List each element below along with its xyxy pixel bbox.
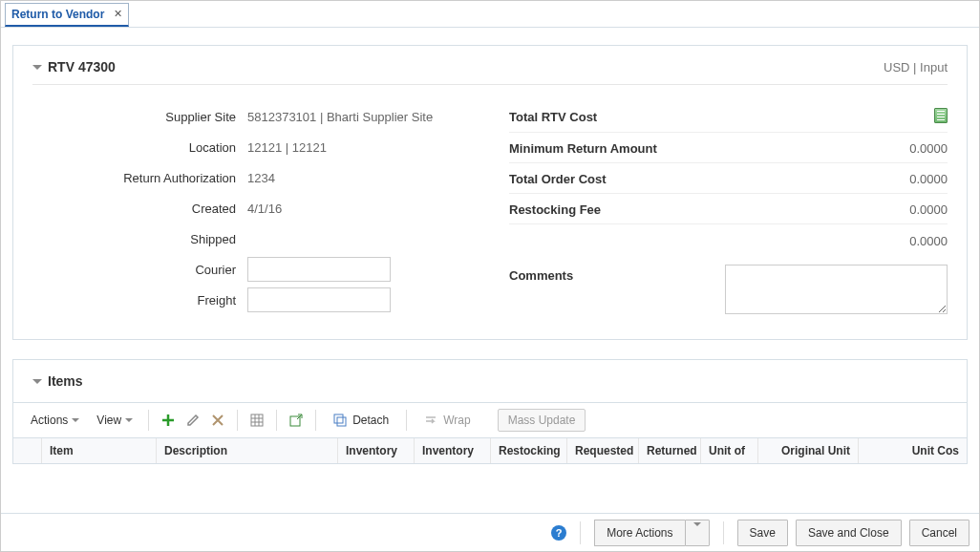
restocking-fee-value: 0.0000 bbox=[852, 202, 948, 217]
edit-button[interactable] bbox=[181, 409, 204, 432]
courier-label: Courier bbox=[32, 263, 247, 277]
rtv-subtitle: USD | Input bbox=[884, 60, 948, 74]
toolbar-separator bbox=[406, 410, 407, 431]
wrap-button[interactable]: Wrap bbox=[415, 410, 479, 431]
toolbar-separator bbox=[315, 410, 316, 431]
export-button[interactable] bbox=[285, 409, 308, 432]
detach-button[interactable]: Detach bbox=[324, 410, 398, 431]
total-rtv-cost-label: Total RTV Cost bbox=[509, 110, 852, 124]
min-return-amount-value: 0.0000 bbox=[852, 141, 948, 156]
help-icon[interactable]: ? bbox=[551, 525, 566, 541]
items-toolbar: Actions View bbox=[13, 402, 967, 437]
right-column: Total RTV Cost Minimum Return Amount 0.0… bbox=[509, 102, 948, 316]
content-scroll[interactable]: RTV 47300 USD | Input Supplier Site 5812… bbox=[1, 28, 979, 515]
bottom-bar: ? More Actions Save Save and Close Cance… bbox=[1, 513, 979, 551]
chevron-down-icon bbox=[693, 522, 701, 540]
view-menu-label: View bbox=[96, 414, 121, 427]
col-unit-of[interactable]: Unit of bbox=[701, 438, 758, 463]
items-title-text: Items bbox=[48, 373, 83, 389]
save-and-close-button[interactable]: Save and Close bbox=[796, 520, 902, 546]
tab-return-to-vendor[interactable]: Return to Vendor ✕ bbox=[5, 3, 129, 27]
return-auth-value: 1234 bbox=[247, 171, 275, 185]
toolbar-separator bbox=[148, 410, 149, 431]
actions-menu-label: Actions bbox=[31, 414, 68, 427]
actions-menu[interactable]: Actions bbox=[23, 410, 87, 431]
col-item[interactable]: Item bbox=[42, 438, 157, 463]
mass-update-label: Mass Update bbox=[508, 414, 576, 427]
freight-label: Freight bbox=[32, 293, 247, 308]
total-rtv-cost-value bbox=[852, 108, 948, 126]
more-actions-label: More Actions bbox=[594, 520, 684, 546]
save-button[interactable]: Save bbox=[737, 520, 788, 546]
calculator-icon[interactable] bbox=[934, 108, 948, 123]
supplier-site-value: 5812373101 | Bharti Supplier Site bbox=[247, 110, 433, 124]
col-unit-cost[interactable]: Unit Cos bbox=[859, 438, 967, 463]
col-inventory-2[interactable]: Inventory bbox=[415, 438, 491, 463]
mass-update-button[interactable]: Mass Update bbox=[498, 409, 586, 432]
left-column: Supplier Site 5812373101 | Bharti Suppli… bbox=[32, 102, 471, 316]
supplier-site-label: Supplier Site bbox=[32, 110, 247, 124]
more-actions-button[interactable]: More Actions bbox=[594, 520, 709, 546]
min-return-amount-label: Minimum Return Amount bbox=[509, 141, 852, 156]
items-panel-title[interactable]: Items bbox=[13, 373, 967, 402]
view-menu[interactable]: View bbox=[89, 410, 140, 431]
delete-button[interactable] bbox=[206, 409, 229, 432]
tab-label: Return to Vendor bbox=[11, 8, 104, 21]
tab-bar: Return to Vendor ✕ bbox=[1, 1, 979, 28]
col-restocking[interactable]: Restocking bbox=[491, 438, 567, 463]
col-inventory-1[interactable]: Inventory bbox=[338, 438, 415, 463]
courier-input[interactable] bbox=[247, 257, 391, 282]
toolbar-separator bbox=[276, 410, 277, 431]
chevron-down-icon bbox=[125, 418, 133, 422]
location-value: 12121 | 12121 bbox=[247, 140, 327, 155]
col-original-unit[interactable]: Original Unit bbox=[758, 438, 859, 463]
comments-label: Comments bbox=[509, 265, 725, 283]
blank-amount-value: 0.0000 bbox=[852, 234, 948, 248]
grid-options-button[interactable] bbox=[245, 409, 268, 432]
location-label: Location bbox=[32, 140, 247, 155]
detach-label: Detach bbox=[352, 414, 389, 427]
restocking-fee-label: Restocking Fee bbox=[509, 202, 852, 217]
total-order-cost-value: 0.0000 bbox=[852, 172, 948, 186]
toolbar-separator bbox=[237, 410, 238, 431]
created-label: Created bbox=[32, 202, 247, 216]
chevron-down-icon bbox=[72, 418, 79, 422]
footer-separator bbox=[723, 521, 724, 544]
col-description[interactable]: Description bbox=[157, 438, 338, 463]
footer-separator bbox=[580, 521, 581, 544]
items-panel: Items Actions View bbox=[12, 359, 968, 464]
more-actions-dropdown[interactable] bbox=[685, 520, 710, 546]
wrap-label: Wrap bbox=[443, 414, 470, 427]
disclosure-icon bbox=[32, 65, 42, 70]
svg-rect-3 bbox=[337, 417, 346, 426]
col-requested[interactable]: Requested bbox=[567, 438, 639, 463]
rtv-panel: RTV 47300 USD | Input Supplier Site 5812… bbox=[12, 45, 968, 340]
cancel-button[interactable]: Cancel bbox=[909, 520, 969, 546]
disclosure-icon bbox=[32, 379, 42, 384]
comments-input[interactable] bbox=[725, 265, 948, 314]
freight-input[interactable] bbox=[247, 287, 391, 312]
add-button[interactable] bbox=[157, 409, 180, 432]
svg-rect-0 bbox=[251, 414, 263, 426]
rtv-title-text: RTV 47300 bbox=[48, 59, 116, 74]
tab-close-icon[interactable]: ✕ bbox=[114, 8, 122, 20]
created-value: 4/1/16 bbox=[247, 202, 282, 216]
rtv-panel-header: RTV 47300 USD | Input bbox=[32, 59, 948, 85]
return-auth-label: Return Authorization bbox=[32, 171, 247, 185]
svg-rect-2 bbox=[334, 414, 343, 423]
rtv-panel-title[interactable]: RTV 47300 bbox=[32, 59, 116, 74]
total-order-cost-label: Total Order Cost bbox=[509, 172, 852, 186]
items-grid-header: Item Description Inventory Inventory Res… bbox=[13, 437, 967, 463]
shipped-label: Shipped bbox=[32, 232, 247, 246]
col-returned[interactable]: Returned bbox=[639, 438, 701, 463]
grid-selector-col bbox=[13, 438, 42, 463]
